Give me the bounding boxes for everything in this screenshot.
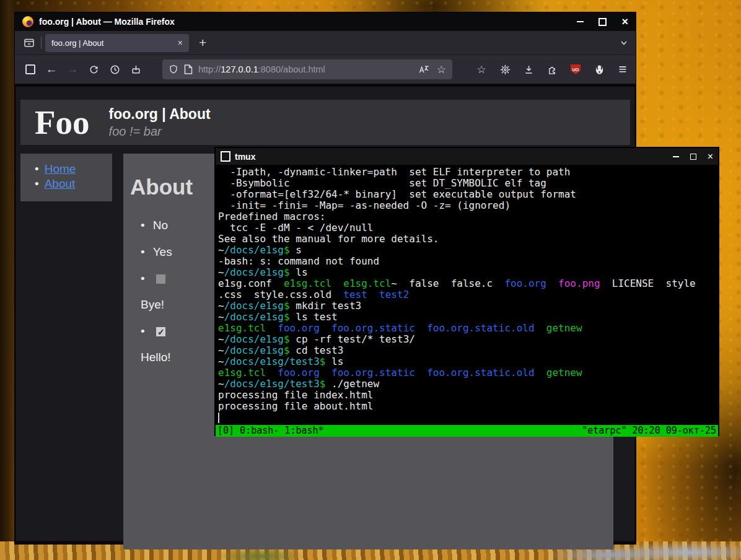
terminal-line: -oformat=[elf32/64-* binary] set executa… (218, 189, 718, 200)
window-title: foo.org | About — Mozilla Firefox (39, 17, 175, 27)
square-icon[interactable] (20, 59, 41, 79)
page-info-icon[interactable] (184, 64, 193, 74)
nav-list-item: About (35, 177, 112, 191)
tracking-shield-icon[interactable] (169, 64, 178, 74)
url-host: 127.0.0.1 (221, 64, 258, 74)
privacy-badger-icon[interactable] (589, 59, 610, 79)
back-button[interactable]: ← (41, 59, 62, 79)
url-bar[interactable]: http://127.0.0.1:8080/about.html ☆ (162, 59, 452, 79)
tab-separator (41, 37, 42, 49)
translate-icon[interactable] (418, 64, 429, 74)
reload-button[interactable] (83, 59, 104, 79)
menu-hamburger-icon[interactable]: ≡ (612, 59, 633, 79)
forward-button[interactable]: → (62, 59, 83, 79)
minimize-button[interactable] (577, 21, 584, 22)
tab-bar: foo.org | About × + (15, 31, 636, 55)
wallpaper-tree-trunk (0, 0, 16, 560)
terminal-line: e1sg.tcl foo.org foo.org.static foo.org.… (218, 323, 718, 334)
tmux-status-right: "etarpc" 20:20 09-окт-25 (582, 425, 716, 437)
nav-link-about[interactable]: About (45, 177, 76, 190)
terminal-cursor (218, 413, 219, 423)
ublock-label: UO (572, 68, 579, 72)
new-tab-button[interactable]: + (199, 35, 206, 50)
terminal-line: -Bsymbolic set DT_SYMBOLIC elf tag (218, 178, 718, 189)
nav-link-home[interactable]: Home (45, 162, 76, 175)
terminal-line: -bash: s: command not found (218, 256, 718, 267)
url-path: :8080/about.html (258, 64, 325, 74)
maximize-button[interactable] (598, 18, 607, 26)
checkbox-checked[interactable] (156, 327, 165, 336)
terminal-line: See also the manual for more details. (218, 234, 718, 245)
close-button[interactable]: × (621, 16, 628, 27)
extensions-area: ☆ UO (471, 59, 633, 79)
url-scheme: http:// (198, 64, 221, 74)
terminal-line: ~/docs/e1sg/test3$ ls (218, 356, 718, 367)
downloads-icon[interactable] (518, 59, 539, 79)
tmux-status-bar: [0] 0:bash- 1:bash* "etarpc" 20:20 09-ок… (216, 425, 718, 437)
ublock-origin-icon[interactable]: UO (565, 59, 586, 79)
tab-title: foo.org | About (51, 38, 103, 48)
terminal-line: .css style.css.old test test2 (218, 289, 718, 300)
terminal-close-button[interactable]: × (708, 152, 713, 162)
import-icon[interactable] (125, 59, 146, 79)
terminal-line: ~/docs/e1sg/test3$ ./getnew (218, 378, 718, 390)
page-header-subtitle: foo != bar (109, 125, 211, 139)
terminal-line: e1sg.tcl foo.org foo.org.static foo.org.… (218, 367, 718, 378)
page-nav-box: Home About (20, 154, 112, 201)
tmux-status-left[interactable]: [0] 0:bash- 1:bash* (217, 425, 324, 437)
terminal-titlebar[interactable]: tmux × (216, 148, 718, 165)
firefox-view-icon[interactable] (20, 34, 38, 51)
tab-active[interactable]: foo.org | About × (45, 34, 189, 52)
site-logo: Foo (35, 105, 90, 139)
url-text[interactable]: http://127.0.0.1:8080/about.html (198, 64, 413, 74)
history-clock-icon[interactable] (104, 59, 125, 79)
page-header-title: foo.org | About (109, 106, 211, 123)
bookmark-star-icon[interactable]: ☆ (437, 64, 446, 75)
gear-icon[interactable] (494, 59, 515, 79)
terminal-line: processing file about.html (218, 401, 718, 412)
terminal-window: tmux × -Ipath, -dynamic-linker=path set … (216, 148, 718, 435)
navigation-toolbar: ← → (15, 55, 636, 87)
terminal-line: ~/docs/e1sg$ ls (218, 267, 718, 278)
desktop: foo.org | About — Mozilla Firefox × foo.… (0, 0, 741, 560)
terminal-maximize-button[interactable] (690, 154, 696, 160)
tmux-app-icon (221, 151, 230, 162)
terminal-line: e1sg.conf e1sg.tcl e1sg.tcl~ false false… (218, 278, 718, 289)
firefox-logo-icon (22, 16, 33, 27)
browser-titlebar[interactable]: foo.org | About — Mozilla Firefox × (15, 12, 636, 31)
terminal-minimize-button[interactable] (673, 156, 679, 157)
terminal-line: ~/docs/e1sg$ cp -rf test/* test3/ (218, 334, 718, 345)
terminal-line: -init= -fini= -Map= -as-needed -O -z= (i… (218, 200, 718, 211)
terminal-line: ~/docs/e1sg$ s (218, 245, 718, 256)
checkbox-unchecked[interactable] (156, 274, 165, 284)
nav-list-item: Home (35, 162, 112, 177)
terminal-line: tcc -E -dM - < /dev/null (218, 222, 718, 234)
terminal-line: ~/docs/e1sg$ ls test (218, 312, 718, 323)
terminal-title: tmux (235, 152, 255, 162)
terminal-body[interactable]: -Ipath, -dynamic-linker=path set ELF int… (216, 165, 718, 425)
all-tabs-chevron-icon[interactable] (620, 38, 628, 47)
terminal-line: ~/docs/e1sg$ mkdir test3 (218, 300, 718, 312)
extensions-puzzle-icon[interactable] (542, 59, 563, 79)
terminal-line: ~/docs/e1sg$ cd test3 (218, 345, 718, 356)
page-header: Foo foo.org | About foo != bar (20, 100, 630, 145)
terminal-line: Predefined macros: (218, 211, 718, 222)
terminal-line: processing file index.html (218, 390, 718, 401)
terminal-line: -Ipath, -dynamic-linker=path set ELF int… (218, 167, 718, 178)
tab-close-icon[interactable]: × (178, 38, 183, 48)
star-addon-icon[interactable]: ☆ (471, 59, 492, 79)
